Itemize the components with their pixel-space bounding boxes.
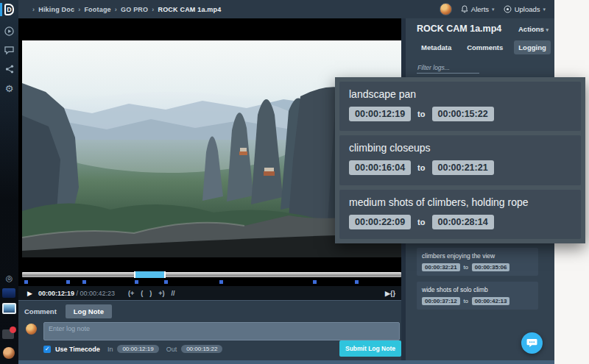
log-marker[interactable] xyxy=(135,280,138,284)
tab-log-note[interactable]: Log Note xyxy=(66,304,112,318)
panel-tab[interactable]: Comments xyxy=(462,40,507,54)
play-button[interactable]: ▶ xyxy=(27,290,32,297)
timecode-display: 00:00:12:19 / 00:00:42:23 xyxy=(38,290,115,297)
goto-out-button[interactable]: ) xyxy=(149,290,152,297)
set-out-point-button[interactable]: +) xyxy=(158,290,164,297)
in-timecode-badge[interactable]: 00:00:16:04 xyxy=(349,160,411,175)
in-out-range[interactable] xyxy=(134,271,166,278)
out-timecode-badge[interactable]: 00:00:21:21 xyxy=(432,160,494,175)
media-play-circle-icon[interactable] xyxy=(0,24,18,38)
video-thumbnail-selected[interactable] xyxy=(2,303,16,314)
uploads-icon xyxy=(504,5,512,13)
log-entry-card[interactable]: climbers enjoying the view 00:00:32:21 t… xyxy=(417,248,538,276)
playback-controls: ▶ 00:00:12:19 / 00:00:42:23 (+ ( ) +) //… xyxy=(18,286,401,300)
user-avatar[interactable] xyxy=(440,3,452,15)
in-timecode-badge[interactable]: 00:00:37:12 xyxy=(422,297,460,305)
log-marker[interactable] xyxy=(66,280,70,284)
popup-log-entry[interactable]: climbing closeups 00:00:16:04 to 00:00:2… xyxy=(339,135,581,185)
timeline-markers xyxy=(22,280,401,285)
left-sidebar: D ⚙ ◎ xyxy=(0,0,18,364)
log-marker[interactable] xyxy=(24,280,28,284)
to-label: to xyxy=(417,163,425,172)
log-entry-card[interactable]: wide shots of solo climb 00:00:37:12 to … xyxy=(417,282,538,310)
log-entry-title: climbers enjoying the view xyxy=(422,252,533,260)
log-marker[interactable] xyxy=(164,280,168,284)
video-thumbnail-dark[interactable] xyxy=(2,288,15,298)
log-entry-title: climbing closeups xyxy=(349,142,571,154)
app-logo[interactable]: D xyxy=(0,2,18,17)
use-timecode-checkbox[interactable]: ✓ xyxy=(43,346,51,353)
log-marker[interactable] xyxy=(355,280,359,284)
chat-dots-icon xyxy=(526,338,537,348)
out-timecode-badge[interactable]: 00:00:28:14 xyxy=(432,215,494,229)
timecode-duration: 00:00:42:23 xyxy=(80,290,116,297)
breadcrumb-separator: › xyxy=(152,6,154,13)
in-timecode-badge[interactable]: 00:00:22:09 xyxy=(349,215,411,229)
in-timecode-badge[interactable]: 00:00:12:19 xyxy=(349,107,411,121)
marker-button[interactable]: // xyxy=(172,290,175,297)
to-label: to xyxy=(464,298,468,304)
uploads-button[interactable]: Uploads ▾ xyxy=(504,5,546,13)
breadcrumb-item[interactable]: › Hiking Doc xyxy=(29,6,74,13)
to-label: to xyxy=(417,218,425,226)
breadcrumb-item[interactable]: › GO PRO xyxy=(111,6,148,13)
breadcrumb-item[interactable]: › Footage xyxy=(74,6,111,13)
breadcrumb-item[interactable]: › ROCK CAM 1a.mp4 xyxy=(148,6,221,13)
popup-log-entry[interactable]: medium shots of climbers, holding rope 0… xyxy=(339,190,581,239)
use-timecode-label: Use Timecode xyxy=(55,346,100,353)
share-icon[interactable] xyxy=(0,62,18,76)
submit-log-note-button[interactable]: Submit Log Note xyxy=(339,340,401,357)
filter-logs-input[interactable] xyxy=(417,63,479,74)
out-timecode-badge: 00:00:15:22 xyxy=(181,345,222,353)
gear-icon[interactable]: ⚙ xyxy=(0,81,18,96)
log-entry-title: medium shots of climbers, holding rope xyxy=(349,196,571,208)
bottom-divider xyxy=(18,360,554,364)
actions-button[interactable]: Actions ▾ xyxy=(518,25,549,33)
out-timecode-badge[interactable]: 00:00:42:13 xyxy=(472,297,510,305)
record-target-icon[interactable]: ◎ xyxy=(0,271,18,285)
tab-comment[interactable]: Comment xyxy=(24,307,57,315)
log-marker[interactable] xyxy=(82,280,86,284)
chat-support-button[interactable] xyxy=(521,332,543,354)
play-in-out-button[interactable]: ▶{} xyxy=(385,290,395,297)
asset-title: ROCK CAM 1a.mp4 xyxy=(417,24,501,34)
panel-tab[interactable]: Metadata xyxy=(417,40,456,54)
chevron-down-icon: ▾ xyxy=(546,27,549,32)
chevron-down-icon: ▾ xyxy=(543,7,546,13)
log-entry-list: climbers enjoying the view 00:00:32:21 t… xyxy=(417,248,538,310)
in-label: In xyxy=(107,346,113,353)
composer-avatar xyxy=(26,324,37,335)
to-label: to xyxy=(464,264,468,271)
log-detail-popup: landscape pan 00:00:12:19 to 00:00:15:22… xyxy=(335,77,585,243)
breadcrumb-separator: › xyxy=(78,6,80,13)
log-note-input[interactable] xyxy=(43,322,400,340)
media-app-icon[interactable] xyxy=(2,329,14,339)
active-indicator xyxy=(0,3,2,16)
out-timecode-badge[interactable]: 00:00:35:06 xyxy=(472,263,510,271)
log-marker[interactable] xyxy=(313,280,317,284)
to-label: to xyxy=(417,110,425,118)
set-in-point-button[interactable]: (+ xyxy=(128,290,134,297)
app-page: D ⚙ ◎ › Hiking Doc xyxy=(0,0,589,364)
user-avatar-small[interactable] xyxy=(3,347,15,359)
in-timecode-badge: 00:00:12:19 xyxy=(117,345,158,353)
note-composer: Comment Log Note ✓ Use Timecode In 00:00… xyxy=(18,300,401,360)
chat-bubble-icon[interactable] xyxy=(0,43,18,57)
log-marker[interactable] xyxy=(219,280,223,284)
panel-tab[interactable]: Logging xyxy=(514,40,550,54)
breadcrumb-separator: › xyxy=(32,6,35,13)
out-timecode-badge[interactable]: 00:00:15:22 xyxy=(432,107,494,121)
breadcrumb: › Hiking Doc › Footage › GO PRO › ROCK C… xyxy=(29,6,221,13)
bell-icon xyxy=(461,5,468,13)
portal-logo-icon: D xyxy=(4,4,14,15)
log-entry-title: landscape pan xyxy=(349,88,571,100)
alerts-button[interactable]: Alerts ▾ xyxy=(461,5,495,13)
popup-log-entry[interactable]: landscape pan 00:00:12:19 to 00:00:15:22 xyxy=(339,82,581,131)
chevron-down-icon: ▾ xyxy=(492,7,495,13)
in-timecode-badge[interactable]: 00:00:32:21 xyxy=(422,263,460,271)
log-entry-title: wide shots of solo climb xyxy=(422,286,533,293)
goto-in-button[interactable]: ( xyxy=(141,290,143,297)
out-label: Out xyxy=(166,346,177,353)
seek-bar[interactable] xyxy=(22,272,401,277)
timecode-current: 00:00:12:19 xyxy=(38,290,74,297)
